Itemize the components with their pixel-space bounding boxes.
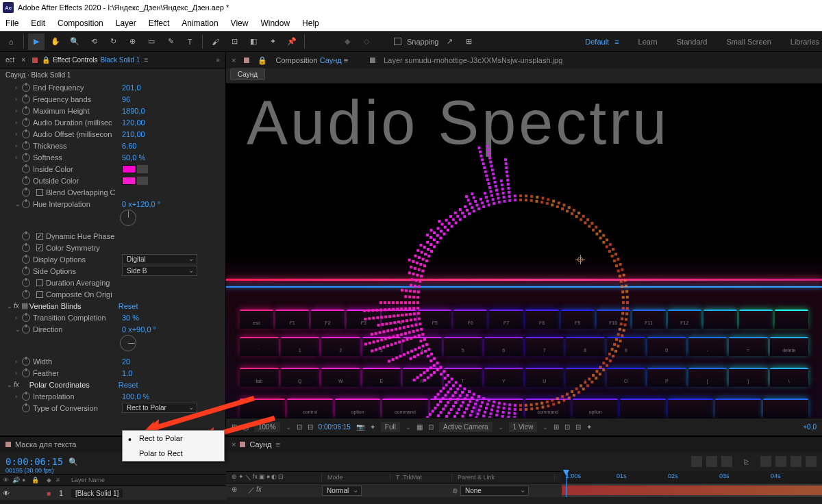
tl-opt-icon[interactable] [706,456,717,467]
hand-tool-icon[interactable]: ✋ [47,34,64,50]
chevron-right-icon[interactable]: › [15,131,22,138]
eyedropper-icon[interactable] [137,165,148,173]
stopwatch-icon[interactable] [22,244,30,252]
menu-window[interactable]: Window [260,18,290,28]
viewer-opt-icon[interactable]: ⊡ [297,423,302,431]
viewer-opt-icon[interactable]: ⊟ [575,423,581,431]
fx-icon[interactable]: fx [14,302,19,310]
color-sym-checkbox[interactable] [36,244,43,251]
home-tool-icon[interactable]: ⌂ [3,34,19,50]
effect-controls-tab[interactable]: Effect Controls [53,56,97,64]
chevron-right-icon[interactable]: › [15,358,22,365]
project-tab-trunc[interactable]: ect [5,56,14,64]
timeline-tab-active[interactable]: Саунд [249,440,271,449]
fill-icon[interactable]: ◆ [339,34,356,50]
stopwatch-icon[interactable] [22,130,30,138]
tl-opt-icon[interactable] [790,456,801,467]
lock-col-icon[interactable]: 🔒 [32,477,41,483]
stopwatch-icon[interactable] [22,392,30,401]
workspace-default[interactable]: Default [585,38,609,46]
chevron-right-icon[interactable]: › [15,393,22,400]
stopwatch-icon[interactable] [22,142,30,150]
effect-venetian[interactable]: Venetian Blinds [29,302,119,310]
switch-icon[interactable]: ⊕ [232,473,237,482]
stopwatch-icon[interactable] [22,357,30,366]
stopwatch-icon[interactable] [22,177,30,185]
graph-editor-icon[interactable]: ⊵ [743,457,749,466]
type-tool-icon[interactable]: T [182,34,198,50]
display-opt-dropdown[interactable]: Digital [122,254,197,264]
chevron-right-icon[interactable]: › [15,96,22,103]
val-feather[interactable]: 1,0 [122,369,132,377]
stopwatch-icon[interactable] [22,84,30,92]
brush-tool-icon[interactable]: 🖌 [207,34,223,50]
lock-icon[interactable]: 🔒 [258,56,267,65]
stopwatch-icon[interactable] [22,107,30,115]
lock-icon[interactable]: 🔒 [42,56,50,64]
viewer-opt-icon[interactable]: ⊞ [553,423,559,431]
playhead[interactable] [566,471,566,497]
type-conv-dropdown[interactable]: Rect to Polar [122,403,197,413]
val-interp[interactable]: 100,0 % [122,392,149,401]
switch-val[interactable]: ／ [248,486,255,495]
orbit-tool-icon[interactable]: ⟲ [86,34,102,50]
mode-dropdown[interactable]: Normal [322,486,362,496]
viewer-opt-icon[interactable]: ✦ [370,423,375,431]
side-opt-dropdown[interactable]: Side B [122,266,197,276]
audio-col-icon[interactable]: 🔊 [12,477,22,483]
stopwatch-icon[interactable] [22,404,30,412]
chevron-right-icon[interactable]: › [15,84,22,91]
eye-toggle[interactable]: 👁 [3,490,12,497]
viewer-opt-icon[interactable]: ✦ [586,423,592,431]
resolution-dropdown[interactable]: Full [381,422,400,432]
snap-opt2-icon[interactable]: ⊞ [461,34,477,50]
switch-icon[interactable]: ▣ [259,473,265,482]
switch-val[interactable]: ⊕ [232,486,237,495]
zoom-tool-icon[interactable]: 🔍 [66,34,83,50]
switch-icon[interactable]: ＼ [245,473,251,482]
stamp-tool-icon[interactable]: ⊡ [226,34,242,50]
selection-tool-icon[interactable]: ▶ [28,34,45,50]
val-max-height[interactable]: 1890,0 [122,107,145,115]
popup-option-polar-to-rect[interactable]: Polar to Rect [123,446,224,461]
switch-icon[interactable]: ✦ [238,473,244,482]
popup-option-rect-to-polar[interactable]: Rect to Polar [123,431,224,446]
camera-dropdown[interactable]: Active Camera [439,422,493,432]
label-col-icon[interactable]: ◆ [47,477,56,483]
rect-tool-icon[interactable]: ▭ [143,34,160,50]
viewer-time[interactable]: 0:00:06:15 [319,423,351,431]
comp-crumb-item[interactable]: Саунд [230,68,265,80]
roto-tool-icon[interactable]: ✦ [264,34,281,50]
chevron-down-icon[interactable]: ⌄ [7,381,14,388]
tl-opt-icon[interactable] [775,456,786,467]
menu-animation[interactable]: Animation [182,18,218,28]
pen-tool-icon[interactable]: ✎ [162,34,179,50]
val-direction[interactable]: 0 x+90,0 ° [122,325,156,333]
inside-color-swatch[interactable] [122,165,136,173]
viewer-opt-icon[interactable]: ▢ [242,423,249,431]
viewer-opt-icon[interactable]: ▦ [416,423,423,431]
viewer-opt-icon[interactable]: ⊡ [428,423,434,431]
panel-overflow-icon[interactable]: » [216,56,220,64]
layer-tab[interactable]: Layer sumudu-mohottige-J3cXXMsNsjw-unspl… [384,56,562,64]
stopwatch-icon[interactable] [22,153,30,162]
pickwhip-icon[interactable]: ⊚ [452,487,458,494]
blend-overlap-checkbox[interactable] [36,189,43,196]
stopwatch-icon[interactable] [22,165,30,173]
workspace-standard[interactable]: Standard [677,38,708,46]
chevron-right-icon[interactable]: › [15,314,22,321]
val-audio-off[interactable]: 210,00 [122,130,145,138]
menu-effect[interactable]: Effect [149,18,169,28]
stopwatch-icon[interactable] [22,95,30,103]
solo-col-icon[interactable]: ● [22,477,32,483]
stopwatch-icon[interactable] [22,118,30,127]
val-hue-interp[interactable]: 0 x+120,0 ° [122,200,160,208]
val-end-freq[interactable]: 201,0 [122,84,141,92]
switch-icon[interactable]: fx [253,473,258,482]
fx-icon[interactable]: fx [14,381,19,388]
composition-viewer[interactable]: Audio Spectru escF1F2F3F4F5F6F7F8F9F10F1… [226,84,822,418]
layer-track[interactable] [562,483,822,497]
stopwatch-icon[interactable] [22,279,30,287]
chevron-right-icon[interactable]: › [15,142,22,149]
stopwatch-icon[interactable] [22,314,30,322]
